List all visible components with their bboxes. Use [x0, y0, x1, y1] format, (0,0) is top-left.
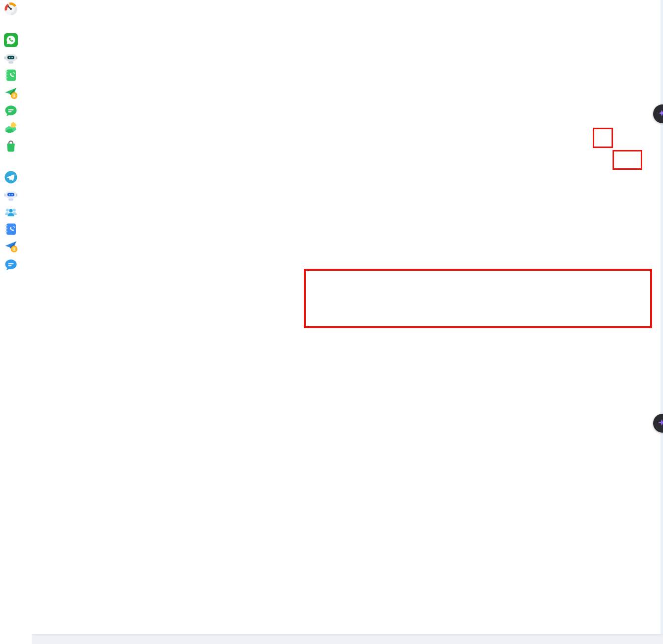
- contacts-book-green-icon[interactable]: [4, 68, 18, 82]
- speedometer-icon[interactable]: [4, 2, 18, 16]
- team-icon[interactable]: [4, 205, 18, 219]
- chat-bubble-green-icon[interactable]: [4, 104, 18, 118]
- sparkle-icon: [657, 108, 663, 119]
- telegram-icon[interactable]: [4, 170, 18, 184]
- main-card: [32, 0, 663, 634]
- sparkle-icon: [657, 418, 663, 429]
- robot-green-icon[interactable]: [4, 50, 18, 64]
- svg-text:1: 1: [13, 247, 15, 251]
- paper-plane-coin-blue-icon[interactable]: 1: [4, 239, 18, 253]
- chat-bubble-blue-icon[interactable]: [4, 258, 18, 272]
- robot-blue-icon[interactable]: [4, 188, 18, 201]
- contacts-book-blue-icon[interactable]: [4, 222, 18, 236]
- whatsapp-icon[interactable]: [4, 33, 18, 47]
- scrollbar[interactable]: [661, 0, 663, 634]
- hand-puzzle-icon[interactable]: [4, 121, 18, 135]
- paper-plane-coin-green-icon[interactable]: 1: [4, 86, 18, 99]
- shopping-bag-icon[interactable]: [4, 139, 18, 153]
- app-icon-rail: 11: [0, 0, 32, 644]
- svg-text:1: 1: [13, 93, 15, 98]
